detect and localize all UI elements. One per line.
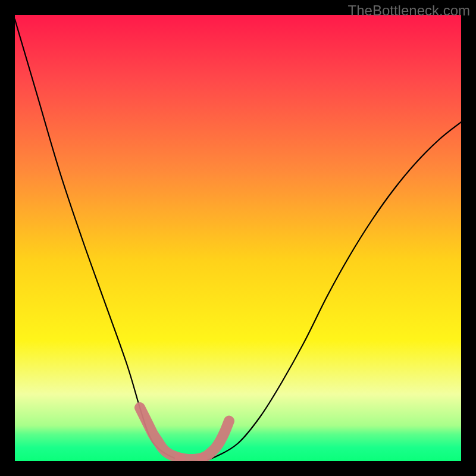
chart-wrapper: TheBottleneck.com xyxy=(0,0,476,476)
site-watermark: TheBottleneck.com xyxy=(348,2,470,19)
bottleneck-plot xyxy=(15,15,461,461)
chart-area xyxy=(15,15,461,461)
